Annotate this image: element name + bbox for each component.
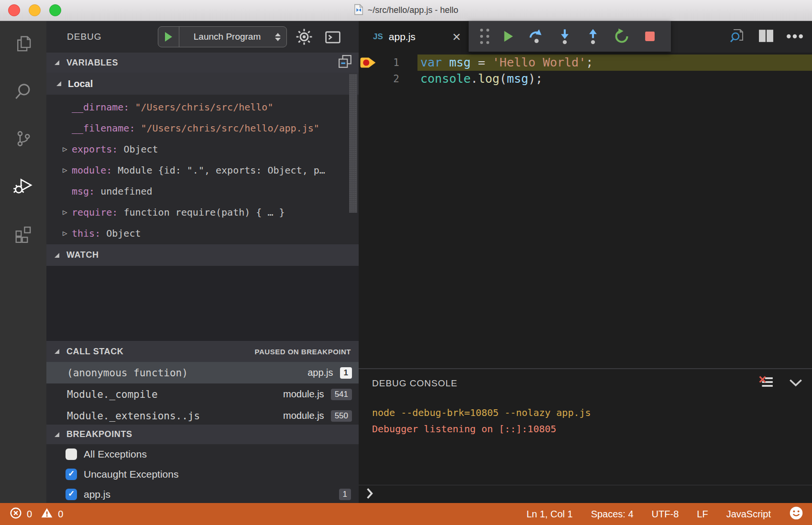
- chevron-collapsed-icon: ▷: [63, 139, 67, 160]
- frame-file-name: app.js: [307, 367, 333, 378]
- continue-button[interactable]: [498, 25, 517, 47]
- step-into-button[interactable]: [555, 25, 574, 47]
- breakpoint-checkbox[interactable]: [66, 489, 77, 500]
- close-window-button[interactable]: [8, 4, 20, 16]
- variable-row[interactable]: ▷exports: Object: [46, 139, 359, 160]
- clear-console-icon[interactable]: [758, 376, 774, 391]
- stop-button[interactable]: [640, 25, 659, 47]
- status-item-cursor-position[interactable]: Ln 1, Col 1: [527, 509, 573, 520]
- split-editor-icon[interactable]: [758, 29, 774, 44]
- sidebar-item-source-control[interactable]: [0, 116, 46, 163]
- debug-console-title: DEBUG CONSOLE: [372, 378, 458, 389]
- frame-function-name: Module._extensions..js: [67, 410, 200, 422]
- scope-local-row[interactable]: Local: [46, 73, 359, 95]
- variable-row[interactable]: msg: undefined: [46, 181, 359, 202]
- search-in-file-icon[interactable]: [729, 27, 746, 46]
- sidebar-item-explorer[interactable]: [0, 21, 46, 68]
- problems-summary[interactable]: 0 0: [10, 507, 63, 522]
- variable-value: "/Users/chris/src/hello": [135, 101, 273, 113]
- variable-row[interactable]: ▷this: Object: [46, 223, 359, 244]
- launch-config-dropdown[interactable]: Launch Program: [158, 26, 287, 47]
- toolbar-drag-handle-icon[interactable]: [480, 29, 489, 44]
- call-stack-list: (anonymous function)app.js1Module._compi…: [46, 362, 359, 425]
- call-stack-frame[interactable]: Module._compilemodule.js541: [46, 383, 359, 405]
- breakpoint-row[interactable]: Uncaught Exceptions: [46, 464, 359, 484]
- variable-row[interactable]: __filename: "/Users/chris/src/hello/app.…: [46, 118, 359, 139]
- breakpoints-list: All ExceptionsUncaught Exceptionsapp.js1: [46, 444, 359, 503]
- start-debug-button[interactable]: [158, 27, 179, 47]
- variable-value: Module {id: ".", exports: Object, p…: [118, 164, 325, 176]
- scope-label: Local: [68, 78, 93, 89]
- code-line[interactable]: 2console.log(msg);: [359, 71, 812, 87]
- traffic-lights: [8, 4, 61, 16]
- explorer-icon: [14, 34, 33, 55]
- code-text: console.log(msg);: [417, 71, 812, 87]
- dropdown-spinner-icon: [275, 33, 281, 41]
- step-out-button[interactable]: [583, 25, 603, 47]
- sidebar-item-debug[interactable]: [0, 163, 46, 210]
- debug-sidebar: DEBUG Launch Program VARIABLES: [46, 21, 359, 503]
- chevron-collapsed-icon: ▷: [63, 202, 67, 223]
- chevron-expanded-icon: [56, 81, 61, 86]
- sidebar-item-extensions[interactable]: [0, 210, 46, 258]
- collapse-panel-chevron-icon[interactable]: [789, 379, 802, 389]
- close-tab-icon[interactable]: ×: [452, 30, 461, 44]
- variable-name: exports:: [72, 143, 123, 155]
- variable-row[interactable]: ▷require: function require(path) { … }: [46, 202, 359, 223]
- call-stack-frame[interactable]: Module._extensions..jsmodule.js550: [46, 405, 359, 425]
- errors-count: 0: [27, 509, 32, 520]
- breakpoint-label: app.js: [84, 489, 110, 500]
- breakpoint-checkbox[interactable]: [66, 469, 77, 480]
- play-icon: [165, 32, 172, 42]
- line-number: 1: [383, 57, 399, 68]
- configure-gear-button[interactable]: [296, 28, 313, 47]
- variable-row[interactable]: __dirname: "/Users/chris/src/hello": [46, 97, 359, 118]
- code-text: var msg = 'Hello World';: [417, 55, 812, 71]
- code-line[interactable]: 1var msg = 'Hello World';: [359, 55, 812, 71]
- breakpoint-label: Uncaught Exceptions: [84, 469, 178, 480]
- frame-file-name: module.js: [283, 410, 324, 421]
- open-debug-console-button[interactable]: [325, 31, 340, 45]
- variable-row[interactable]: ▷module: Module {id: ".", exports: Objec…: [46, 160, 359, 181]
- status-item-eol[interactable]: LF: [697, 509, 708, 520]
- line-number: 2: [383, 73, 399, 85]
- breakpoint-row[interactable]: All Exceptions: [46, 444, 359, 464]
- variable-name: require:: [72, 207, 123, 218]
- variables-section-header[interactable]: VARIABLES: [46, 53, 359, 73]
- breakpoint-row[interactable]: app.js1: [46, 484, 359, 503]
- collapse-all-icon[interactable]: [338, 55, 352, 71]
- console-output-line: Debugger listening on [::]:10805: [359, 421, 812, 437]
- restart-button[interactable]: [612, 25, 631, 47]
- variable-value: function require(path) { … }: [123, 207, 285, 218]
- breakpoint-checkbox[interactable]: [66, 448, 77, 460]
- code-editor[interactable]: 1var msg = 'Hello World';2console.log(ms…: [359, 53, 812, 87]
- feedback-smiley-icon[interactable]: [789, 506, 803, 523]
- frame-line-badge: 541: [331, 389, 352, 400]
- errors-icon: [10, 507, 22, 522]
- status-item-encoding[interactable]: UTF-8: [652, 509, 679, 520]
- watch-section-header[interactable]: WATCH: [46, 244, 359, 266]
- status-item-language-mode[interactable]: JavaScript: [726, 509, 771, 520]
- breakpoints-section-header[interactable]: BREAKPOINTS: [46, 425, 359, 444]
- tab-app-js[interactable]: JS app.js ×: [359, 21, 472, 53]
- call-stack-section-header[interactable]: CALL STACK PAUSED ON BREAKPOINT: [46, 341, 359, 362]
- chevron-expanded-icon: [55, 253, 59, 258]
- source-control-icon: [14, 129, 33, 150]
- console-output: node --debug-brk=10805 --nolazy app.jsDe…: [359, 405, 812, 437]
- minimize-window-button[interactable]: [29, 4, 41, 16]
- editor-actions: [729, 21, 803, 53]
- sidebar-scrollbar[interactable]: [349, 74, 357, 213]
- titlebar: ~/src/hello/app.js - hello: [0, 0, 812, 21]
- step-over-button[interactable]: [527, 25, 546, 47]
- call-stack-frame[interactable]: (anonymous function)app.js1: [46, 362, 359, 383]
- variable-name: __dirname:: [72, 101, 135, 113]
- breakpoint-current-line-icon[interactable]: [359, 56, 383, 69]
- console-output-line: node --debug-brk=10805 --nolazy app.js: [359, 405, 812, 421]
- prompt-chevron-icon: [366, 488, 373, 501]
- sidebar-item-search[interactable]: [0, 68, 46, 116]
- zoom-window-button[interactable]: [49, 4, 61, 16]
- more-actions-icon[interactable]: [786, 33, 803, 41]
- status-item-indentation[interactable]: Spaces: 4: [591, 509, 634, 520]
- console-input[interactable]: [359, 485, 812, 503]
- window-title: ~/src/hello/app.js - hello: [368, 5, 459, 15]
